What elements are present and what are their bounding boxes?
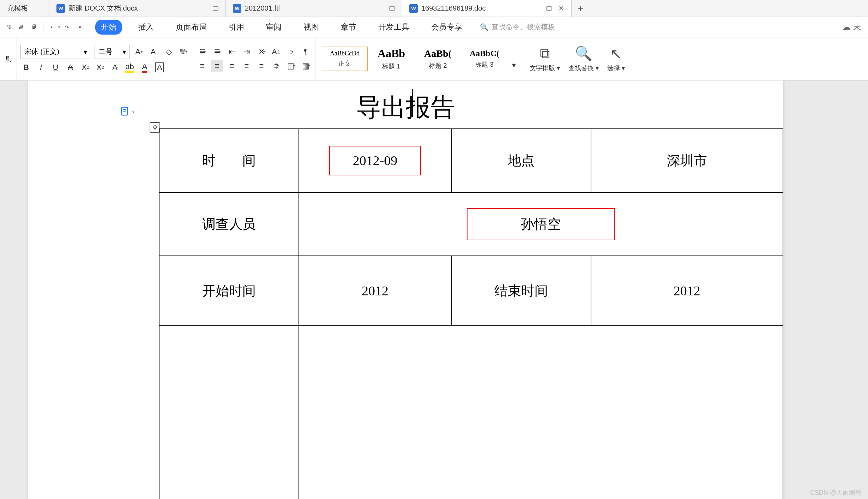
cell-end-label[interactable]: 结束时间 bbox=[451, 256, 591, 326]
field-box: 孙悟空 bbox=[467, 208, 615, 240]
separator bbox=[43, 22, 43, 32]
align-left-icon[interactable]: ≡ bbox=[197, 60, 208, 72]
align-center-icon[interactable]: ≡ bbox=[211, 60, 223, 72]
style-heading1[interactable]: AaBb 标题 1 bbox=[368, 47, 414, 71]
tab-member[interactable]: 会员专享 bbox=[426, 20, 468, 35]
tab-chapter[interactable]: 章节 bbox=[335, 20, 362, 35]
chevron-down-icon: ▾ bbox=[122, 48, 126, 56]
tab-doc-1[interactable]: W 新建 DOCX 文档.docx bbox=[49, 0, 226, 17]
cell-place-label[interactable]: 地点 bbox=[451, 129, 591, 192]
cell-time-label[interactable]: 时 间 bbox=[159, 129, 299, 192]
group-clipboard: 刷 bbox=[0, 37, 17, 80]
cell-empty-body[interactable] bbox=[299, 326, 783, 499]
justify-icon[interactable]: ≡ bbox=[241, 60, 252, 72]
bullets-icon[interactable]: ≣▾ bbox=[197, 46, 208, 58]
report-table[interactable]: 时 间 2012-09 地点 深圳市 调查人员 孙悟空 开始时间 2012 结束… bbox=[159, 128, 783, 499]
group-font: 宋体 (正文)▾ 二号▾ A+ A- ◇ 變▾ B I U▾ A▾ X2 X2 … bbox=[17, 37, 193, 80]
word-icon: W bbox=[409, 4, 418, 13]
grow-font-icon[interactable]: A+ bbox=[133, 46, 145, 58]
asian-layout-icon[interactable]: ✕▾ bbox=[256, 46, 267, 58]
decrease-indent-icon[interactable]: ⇤ bbox=[226, 46, 237, 58]
distribute-icon[interactable]: ≡ bbox=[256, 60, 267, 72]
find-replace-button[interactable]: 🔍 查找替换 ▾ bbox=[568, 45, 599, 72]
cell-investigator-label[interactable]: 调查人员 bbox=[159, 192, 299, 256]
style-heading3[interactable]: AaBbC( 标题 3 bbox=[462, 47, 507, 71]
line-spacing-icon[interactable]: ‡▾ bbox=[271, 60, 282, 72]
field-box: 2012-09 bbox=[329, 146, 421, 175]
font-color-icon[interactable]: A▾ bbox=[139, 62, 150, 73]
ribbon-tabs: 开始 插入 页面布局 引用 审阅 视图 章节 开发工具 会员专享 bbox=[95, 20, 468, 35]
text-layout-icon: ⧉ bbox=[540, 46, 550, 62]
align-right-icon[interactable]: ≡ bbox=[226, 60, 237, 72]
text-effects-icon[interactable]: A▾ bbox=[109, 62, 121, 73]
close-icon[interactable]: ✕ bbox=[558, 4, 564, 13]
cell-investigator-value[interactable]: 孙悟空 bbox=[299, 192, 783, 256]
shrink-font-icon[interactable]: A- bbox=[148, 46, 159, 58]
cell-start-label[interactable]: 开始时间 bbox=[159, 256, 299, 326]
document-tabs: 充模板 W 新建 DOCX 文档.docx W 2012001.ftl W 16… bbox=[0, 0, 868, 17]
tab-insert[interactable]: 插入 bbox=[133, 20, 159, 35]
command-search[interactable]: 🔍 查找命令、搜索模板 bbox=[480, 22, 555, 32]
chevron-down-icon[interactable]: ▾ bbox=[58, 25, 60, 29]
tab-references[interactable]: 引用 bbox=[223, 20, 250, 35]
cell-start-value[interactable]: 2012 bbox=[299, 256, 452, 326]
document-title[interactable]: 导出报告 bbox=[28, 91, 783, 124]
page[interactable]: ▾ ✥ 导出报告 时 间 2012-09 地点 深圳市 调查人员 孙悟空 开始时… bbox=[28, 80, 783, 499]
phonetic-guide-icon[interactable]: 變▾ bbox=[178, 46, 189, 58]
styles-more-icon[interactable]: ▾ bbox=[508, 60, 519, 71]
tab-doc-3[interactable]: W 1693211696189.doc ✕ bbox=[402, 0, 572, 17]
style-label: 正文 bbox=[338, 59, 351, 68]
style-normal[interactable]: AaBbCcDd 正文 bbox=[322, 47, 368, 71]
select-button[interactable]: ↖ 选择 ▾ bbox=[607, 46, 625, 72]
text-direction-icon[interactable]: A↕ bbox=[271, 46, 282, 58]
font-name-select[interactable]: 宋体 (正文)▾ bbox=[20, 45, 91, 59]
superscript-icon[interactable]: X2 bbox=[80, 62, 91, 73]
preview-icon[interactable]: 🗐 bbox=[28, 22, 40, 33]
word-icon: W bbox=[233, 4, 241, 13]
tab-home[interactable]: 开始 bbox=[95, 20, 122, 35]
tab-doc-2[interactable]: W 2012001.ftl bbox=[226, 0, 402, 17]
undo-icon[interactable]: ↶ bbox=[47, 22, 58, 33]
strikethrough-icon[interactable]: A▾ bbox=[65, 62, 76, 73]
increase-indent-icon[interactable]: ⇥ bbox=[241, 46, 252, 58]
highlight-icon[interactable]: ab▾ bbox=[124, 62, 135, 73]
style-heading2[interactable]: AaBb( 标题 2 bbox=[415, 47, 461, 71]
font-size-select[interactable]: 二号▾ bbox=[95, 45, 130, 59]
toolbar-options-icon[interactable]: ▾ bbox=[74, 22, 85, 33]
numbering-icon[interactable]: ≣▾ bbox=[211, 46, 223, 58]
format-painter-label[interactable]: 刷 bbox=[5, 55, 12, 63]
tab-page-layout[interactable]: 页面布局 bbox=[170, 20, 212, 35]
tab-devtools[interactable]: 开发工具 bbox=[373, 20, 415, 35]
cursor-icon: ↖ bbox=[610, 46, 622, 62]
tab-templates[interactable]: 充模板 bbox=[0, 0, 49, 17]
cell-empty-label[interactable] bbox=[159, 326, 299, 499]
bold-icon[interactable]: B bbox=[20, 62, 32, 73]
underline-icon[interactable]: U▾ bbox=[50, 62, 61, 73]
sort-icon[interactable]: ↕▾ bbox=[285, 46, 297, 58]
font-name-value: 宋体 (正文) bbox=[24, 47, 59, 56]
cell-time-value[interactable]: 2012-09 bbox=[299, 129, 452, 192]
cell-place-value[interactable]: 深圳市 bbox=[591, 129, 783, 192]
borders-icon[interactable]: ▦▾ bbox=[300, 60, 312, 72]
clear-format-icon[interactable]: ◇ bbox=[163, 46, 174, 58]
redo-icon[interactable]: ↷ bbox=[61, 22, 73, 33]
tool-label: 选择 bbox=[607, 65, 620, 72]
group-right-tools: ⧉ 文字排版 ▾ 🔍 查找替换 ▾ ↖ 选择 ▾ bbox=[526, 37, 628, 80]
new-tab-button[interactable]: ＋ bbox=[572, 0, 589, 17]
style-preview: AaBbC( bbox=[470, 49, 499, 58]
group-paragraph: ≣▾ ≣▾ ⇤ ⇥ ✕▾ A↕ ↕▾ ¶ ≡ ≡ ≡ ≡ ≡ ‡▾ ◫▾ ▦▾ bbox=[193, 37, 315, 80]
text-layout-button[interactable]: ⧉ 文字排版 ▾ bbox=[530, 46, 560, 72]
show-marks-icon[interactable]: ¶ bbox=[300, 46, 312, 58]
tab-view[interactable]: 视图 bbox=[298, 20, 325, 35]
document-canvas[interactable]: ▾ ✥ 导出报告 时 间 2012-09 地点 深圳市 调查人员 孙悟空 开始时… bbox=[0, 80, 868, 499]
shading-icon[interactable]: ◫▾ bbox=[285, 60, 297, 72]
print-icon[interactable]: 🖶 bbox=[16, 22, 27, 33]
cell-end-value[interactable]: 2012 bbox=[591, 256, 783, 326]
save-icon[interactable]: 🖫 bbox=[3, 22, 14, 33]
tab-review[interactable]: 审阅 bbox=[260, 20, 287, 35]
subscript-icon[interactable]: X2 bbox=[95, 62, 106, 73]
cloud-status[interactable]: ☁ 未 bbox=[843, 22, 865, 32]
character-border-icon[interactable]: A bbox=[154, 62, 165, 73]
italic-icon[interactable]: I bbox=[35, 62, 47, 73]
window-icon bbox=[546, 6, 552, 11]
